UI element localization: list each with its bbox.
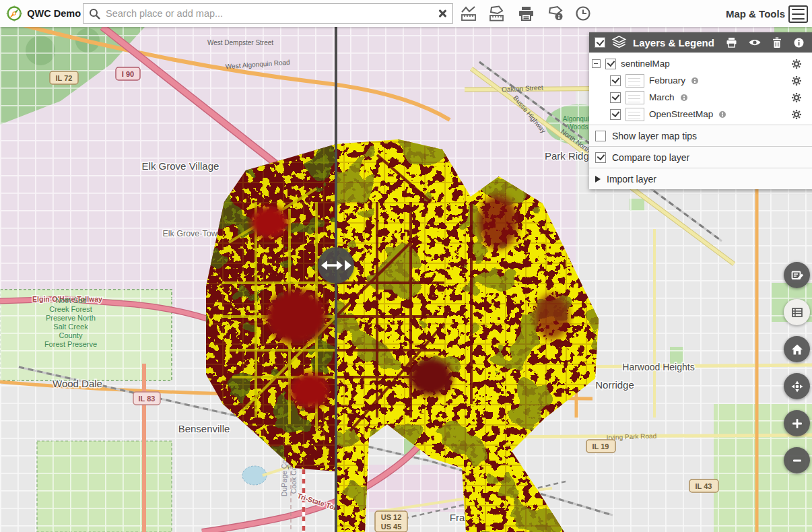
road-badge-il19: IL 19 <box>586 440 615 453</box>
layer-tree: sentinelMap <box>589 53 812 125</box>
layer-settings-button[interactable] <box>792 76 801 86</box>
svg-text:County: County <box>59 331 83 339</box>
layer-row-openstreetmap[interactable]: OpenStreetMap <box>589 106 812 123</box>
layers-master-checkbox[interactable] <box>595 37 605 48</box>
svg-text:Creek Forest: Creek Forest <box>49 305 92 313</box>
tree-collapse-toggle[interactable] <box>592 59 601 68</box>
layer-settings-button[interactable] <box>792 110 801 119</box>
layertree-toggle-button[interactable] <box>784 299 810 325</box>
layer-checkbox-february[interactable] <box>610 75 621 86</box>
map-label-algonquin-woods-2: Woods <box>568 123 588 131</box>
map-label-dempster: West Dempster Street <box>207 39 273 46</box>
eye-icon <box>748 38 762 47</box>
layer-checkbox-openstreetmap[interactable] <box>610 109 621 120</box>
identify-region-tool-button[interactable] <box>544 2 568 25</box>
panel-remove-all-button[interactable] <box>772 37 782 48</box>
search-clear-icon[interactable] <box>438 9 447 18</box>
compare-checkbox[interactable] <box>595 152 606 163</box>
measure-tool-button[interactable] <box>456 2 481 25</box>
search-icon <box>89 8 100 20</box>
layer-label-march: March <box>649 92 675 102</box>
redlining-button[interactable] <box>784 262 810 288</box>
map-label-elk-grove-village: Elk Grove Village <box>142 160 219 172</box>
panel-info-button[interactable] <box>794 38 804 48</box>
svg-text:US 12: US 12 <box>381 513 402 521</box>
layer-row-sentinelmap[interactable]: sentinelMap <box>589 55 812 72</box>
layer-info-icon[interactable] <box>691 77 698 84</box>
layer-row-march[interactable]: March <box>589 89 812 106</box>
print-icon <box>518 5 535 22</box>
import-layer-row[interactable]: Import layer <box>589 168 812 189</box>
expand-arrow-icon[interactable] <box>595 176 601 182</box>
maptips-checkbox[interactable] <box>595 131 606 141</box>
plus-icon <box>790 417 804 430</box>
svg-text:IL 43: IL 43 <box>696 482 712 490</box>
road-badge-il83: IL 83 <box>133 392 160 405</box>
road-badge-il43: IL 43 <box>689 479 718 492</box>
svg-text:I 90: I 90 <box>122 70 134 78</box>
map-label-bensenville: Bensenville <box>178 423 230 434</box>
layers-panel-header: Layers & Legend <box>589 32 812 53</box>
svg-text:Noth Salt: Noth Salt <box>55 296 86 304</box>
road-badge-us12-us45-bottom: US 12 US 45 <box>375 511 407 532</box>
svg-text:IL 72: IL 72 <box>56 74 73 82</box>
timemanager-tool-button[interactable] <box>571 2 595 25</box>
maptips-option[interactable]: Show layer map tips <box>589 125 812 146</box>
search-input[interactable] <box>104 7 432 20</box>
compare-option[interactable]: Compare top layer <box>589 146 812 168</box>
map-label-harwood-heights: Harwood Heights <box>622 362 694 372</box>
layer-settings-button[interactable] <box>792 93 801 102</box>
svg-text:Forest Preserve: Forest Preserve <box>44 340 97 348</box>
compare-arrows-icon <box>318 247 354 284</box>
gear-icon <box>792 110 801 119</box>
layer-legend-thumbnail <box>625 108 644 121</box>
layers-icon <box>611 36 627 49</box>
logo-text: QWC Demo <box>27 8 81 19</box>
svg-text:IL 83: IL 83 <box>139 395 156 403</box>
trash-icon <box>772 37 782 48</box>
svg-text:Preserve North: Preserve North <box>46 314 96 322</box>
qwc-app: Schiller Park West Dempster Street West … <box>0 0 812 532</box>
layers-panel-title: Layers & Legend <box>633 37 714 48</box>
layer-label-sentinelmap: sentinelMap <box>621 59 670 69</box>
layer-legend-thumbnail <box>625 74 644 88</box>
identify-region-icon <box>547 5 565 22</box>
print-legend-icon <box>726 37 737 48</box>
zoom-out-button[interactable] <box>784 447 810 473</box>
gear-icon <box>792 59 801 69</box>
import-layer-label: Import layer <box>607 174 656 185</box>
measure-area-tool-button[interactable] <box>484 2 508 25</box>
layer-info-icon[interactable] <box>681 94 687 101</box>
info-icon <box>794 38 804 48</box>
layer-checkbox-sentinelmap[interactable] <box>605 59 616 69</box>
layer-info-icon[interactable] <box>719 111 726 118</box>
layer-label-openstreetmap: OpenStreetMap <box>649 109 713 119</box>
menu-button[interactable] <box>788 5 808 23</box>
map-label-algonquin-woods-1: Algonquin <box>563 115 593 123</box>
app-logo: QWC Demo <box>0 1 81 26</box>
layer-row-february[interactable]: February <box>589 72 812 89</box>
zoom-in-button[interactable] <box>784 410 810 436</box>
print-tool-button[interactable] <box>514 2 538 25</box>
road-badge-i90: I 90 <box>116 67 140 80</box>
road-badge-il72: IL 72 <box>50 71 78 84</box>
map-label-park-ridge: Park Ridge <box>545 150 595 162</box>
app-header: QWC Demo <box>0 0 812 27</box>
svg-text:US 45: US 45 <box>381 523 402 531</box>
home-button[interactable] <box>784 336 810 362</box>
layers-panel: Layers & Legend <box>589 32 812 189</box>
svg-text:IL 19: IL 19 <box>593 442 609 451</box>
gear-icon <box>792 76 801 86</box>
layer-checkbox-march[interactable] <box>610 92 621 103</box>
layer-settings-button[interactable] <box>792 59 801 69</box>
geolocate-button[interactable] <box>784 373 810 399</box>
panel-visibility-button[interactable] <box>748 38 762 47</box>
geolocate-icon <box>790 380 804 393</box>
compass-logo-icon <box>5 1 23 26</box>
measure-area-icon <box>488 5 504 22</box>
gear-icon <box>792 93 801 102</box>
panel-print-legend-button[interactable] <box>726 37 737 48</box>
clock-icon <box>575 5 591 22</box>
compare-slider-handle[interactable] <box>318 247 354 284</box>
layertree-icon <box>790 306 804 319</box>
